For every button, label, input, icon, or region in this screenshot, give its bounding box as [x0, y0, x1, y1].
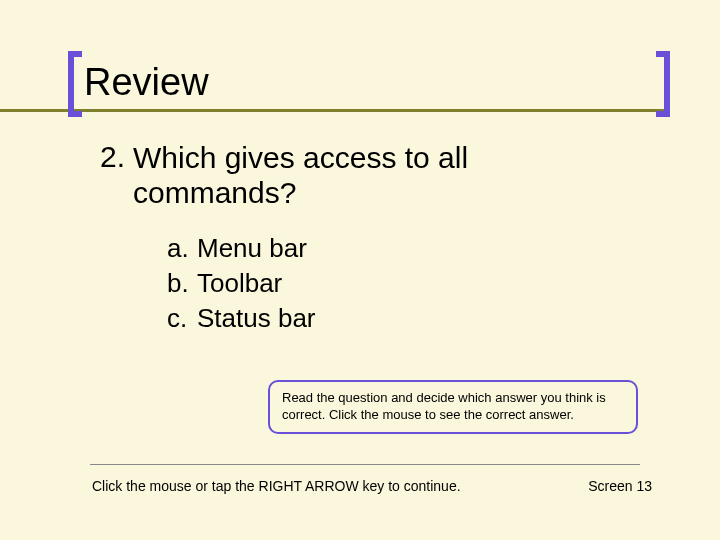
page-title: Review — [84, 61, 209, 104]
screen-number: Screen 13 — [588, 478, 652, 494]
footer-divider — [90, 464, 640, 465]
rule-right — [74, 109, 670, 112]
question-text: Which gives access to all commands? — [133, 140, 615, 211]
bracket-left-icon — [68, 51, 82, 117]
hint-text: Read the question and decide which answe… — [282, 390, 606, 422]
option-text: Menu bar — [197, 231, 307, 266]
option-c[interactable]: c. Status bar — [167, 301, 615, 336]
footer: Click the mouse or tap the RIGHT ARROW k… — [92, 478, 652, 494]
rule-left — [0, 109, 74, 112]
continue-instruction: Click the mouse or tap the RIGHT ARROW k… — [92, 478, 461, 494]
option-text: Toolbar — [197, 266, 282, 301]
question-row: 2. Which gives access to all commands? — [95, 140, 615, 211]
options-list: a. Menu bar b. Toolbar c. Status bar — [167, 231, 615, 336]
option-letter: b. — [167, 266, 197, 301]
bracket-right-icon — [656, 51, 670, 117]
title-bar: Review — [0, 55, 720, 115]
option-text: Status bar — [197, 301, 316, 336]
option-b[interactable]: b. Toolbar — [167, 266, 615, 301]
option-letter: c. — [167, 301, 197, 336]
question-block: 2. Which gives access to all commands? a… — [95, 140, 615, 336]
hint-callout: Read the question and decide which answe… — [268, 380, 638, 434]
question-number: 2. — [95, 140, 133, 211]
option-a[interactable]: a. Menu bar — [167, 231, 615, 266]
option-letter: a. — [167, 231, 197, 266]
